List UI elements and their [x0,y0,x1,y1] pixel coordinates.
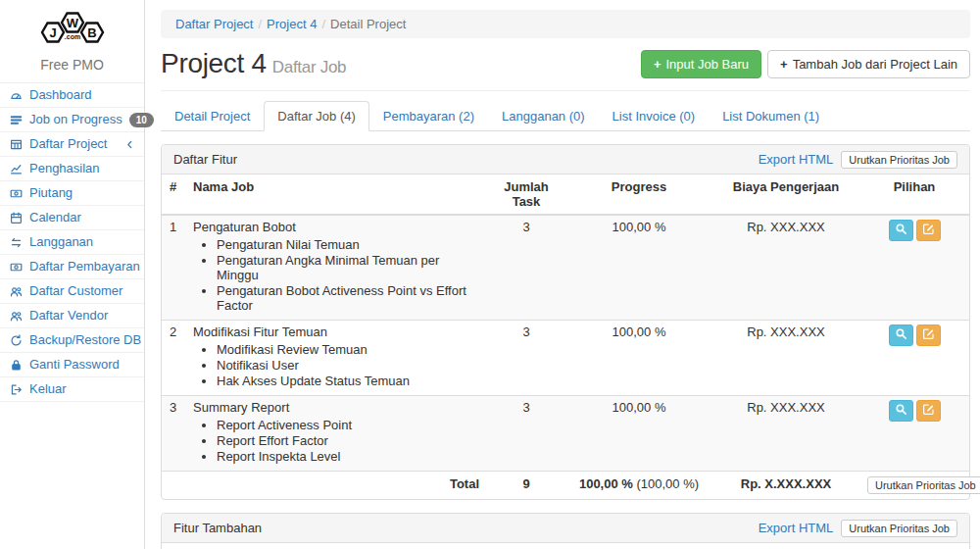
subtask-item: Pengaturan Nilai Temuan [217,237,479,252]
total-label: Total [185,472,487,500]
plus-icon: + [780,57,788,72]
panel-heading: Daftar Fitur Export HTML Urutkan Priorit… [162,145,969,175]
row-number: 1 [162,215,185,321]
svg-text:B: B [87,25,96,40]
progress-value: 100,00 % [565,321,712,396]
breadcrumb-separator: / [321,17,325,31]
subtask-item: Hak Akses Update Status Temuan [217,374,479,388]
subtask-list: Report Activeness PointReport Effort Fac… [217,418,479,464]
view-job-button[interactable] [889,220,913,241]
urutkan-prioritas-job-button[interactable]: Urutkan Prioritas Job [841,151,957,169]
sidebar-item-piutang[interactable]: Piutang [0,181,144,206]
column-header-jumlah-task: Jumlah Task [376,543,494,549]
search-icon [895,327,907,343]
jumlah-task-value: 3 [487,321,565,396]
panel-heading: Fitur Tambahan Export HTML Urutkan Prior… [162,514,969,543]
edit-job-button[interactable] [916,400,941,422]
breadcrumb-daftar-project[interactable]: Daftar Project [175,17,253,31]
svg-text:J: J [49,25,56,40]
column-header-pilihan: Pilihan [866,543,969,549]
sidebar-item-daftar-vendor[interactable]: Daftar Vendor [0,304,144,328]
tab-list-invoice-0[interactable]: List Invoice (0) [599,101,710,131]
exchange-icon [9,236,23,249]
export-html-link[interactable]: Export HTML [759,152,834,167]
column-header-biaya-pengerjaan: Biaya Pengerjaan [661,543,866,549]
tab-pembayaran-2[interactable]: Pembayaran (2) [369,101,488,131]
money-icon [9,187,23,200]
dashboard-icon [9,89,23,102]
sidebar-item-dashboard[interactable]: Dashboard [0,83,144,108]
subtask-item: Report Activeness Point [217,418,479,432]
sidebar-item-label: Daftar Vendor [29,308,108,324]
sidebar-item-keluar[interactable]: Keluar [0,377,144,402]
sidebar-item-ganti-password[interactable]: Ganti Password [0,353,144,377]
edit-icon [922,223,935,238]
job-table: #Nama JobJumlah TaskProgressBiaya Penger… [162,175,969,499]
edit-job-button[interactable] [916,220,941,241]
column-header-no: # [162,543,185,549]
edit-icon [922,327,935,343]
total-progress: 100,00 % (100,00 %) [565,472,712,500]
sidebar-item-penghasilan[interactable]: Penghasilan [0,157,144,181]
tambah-job-dari-project-lain-button[interactable]: +Tambah Job dari Project Lain [767,50,970,78]
breadcrumb: Daftar Project/Project 4/Detail Project [161,10,970,38]
urutkan-prioritas-job-button[interactable]: Urutkan Prioritas Job [841,520,957,537]
biaya-value: Rp. XXX.XXX [712,396,859,472]
column-header-jumlah-task: Jumlah Task [487,175,565,215]
sidebar-item-label: Piutang [29,185,73,201]
column-header-nama-job: Nama Job [185,543,376,549]
panels-container: Daftar Fitur Export HTML Urutkan Priorit… [161,144,970,549]
export-html-link[interactable]: Export HTML [759,521,834,535]
tab-list-dokumen-1[interactable]: List Dokumen (1) [709,101,833,131]
page-header: Project 4Daftar Job +Input Job Baru +Tam… [161,38,970,91]
sidebar-item-label: Daftar Project [29,136,107,152]
tab-detail-project[interactable]: Detail Project [161,101,264,131]
angle-left-icon [124,139,135,150]
row-number: 3 [162,396,185,472]
view-job-button[interactable] [889,324,913,346]
sidebar-item-backup-restore-db[interactable]: Backup/Restore DB [0,328,144,353]
app-name: Free PMO [0,55,144,82]
tab-daftar-job-4[interactable]: Daftar Job (4) [264,101,368,131]
sidebar-item-job-on-progress[interactable]: Job on Progress10 [0,108,144,132]
total-row: Total 9 100,00 % (100,00 %) Rp. X.XXX.XX… [162,472,969,500]
edit-job-button[interactable] [916,324,941,346]
page-subtitle: Daftar Job [272,58,346,76]
progress-value: 100,00 % [565,215,712,321]
sidebar-item-label: Langganan [29,234,93,250]
sidebar-item-langganan[interactable]: Langganan [0,230,144,255]
view-job-button[interactable] [889,400,913,422]
job-table: #Nama JobJumlah TaskProgressBiaya Penger… [162,543,969,549]
line-chart-icon [9,163,23,175]
subtask-item: Notifikasi User [217,358,479,373]
breadcrumb-separator: / [258,17,262,31]
subtask-list: Modifikasi Review TemuanNotifikasi UserH… [217,342,479,388]
sidebar-item-label: Ganti Password [29,357,120,373]
sidebar-item-calendar[interactable]: Calendar [0,206,144,230]
tasks-icon [9,114,23,126]
column-header-pilihan: Pilihan [859,175,969,215]
sidebar-item-daftar-project[interactable]: Daftar Project [0,132,144,157]
svg-text:W: W [66,16,78,30]
panel-title: Daftar Fitur [173,152,759,167]
job-name: Pengaturan Bobot [193,220,479,234]
project-title: Project 4 [161,48,267,78]
sidebar-item-label: Job on Progress [29,112,122,127]
biaya-value: Rp. XXX.XXX [712,321,859,396]
subtask-item: Modifikasi Review Temuan [217,342,479,357]
urutkan-prioritas-job-button[interactable]: Urutkan Prioritas Job [867,476,980,494]
breadcrumb-project-4[interactable]: Project 4 [267,17,317,31]
panel-title: Fitur Tambahan [173,521,759,535]
sidebar: J W B .com Free PMO DashboardJob on Prog… [0,0,145,549]
plus-icon: + [654,57,662,72]
job-row: 2 Modifikasi Fitur Temuan Modifikasi Rev… [162,321,969,396]
sidebar-item-daftar-customer[interactable]: Daftar Customer [0,279,144,304]
search-icon [895,223,907,238]
tab-langganan-0[interactable]: Langganan (0) [488,101,599,131]
sidebar-item-daftar-pembayaran[interactable]: Daftar Pembayaran [0,255,144,279]
column-header-progress: Progress [565,175,712,215]
job-name-cell: Modifikasi Fitur Temuan Modifikasi Revie… [185,321,487,396]
jumlah-task-value: 3 [487,396,565,472]
input-job-baru-button[interactable]: +Input Job Baru [641,50,761,78]
main-content: Daftar Project/Project 4/Detail Project … [146,0,980,549]
